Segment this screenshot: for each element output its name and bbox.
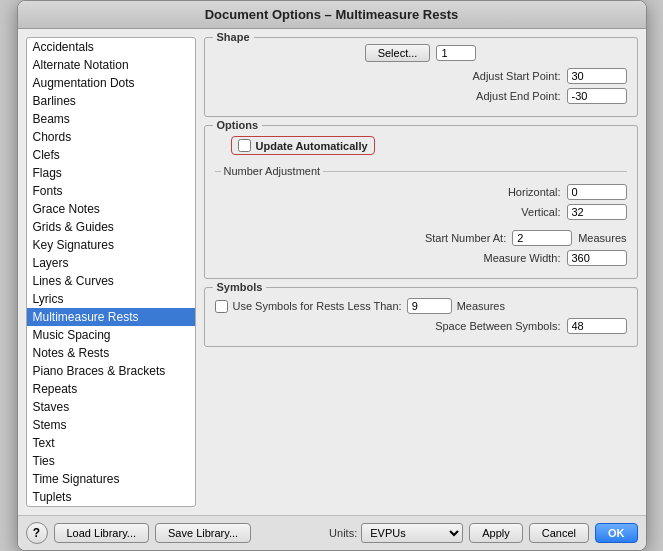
sidebar-item[interactable]: Layers — [27, 254, 195, 272]
sidebar-item[interactable]: Alternate Notation — [27, 56, 195, 74]
symbols-group: Symbols Use Symbols for Rests Less Than:… — [204, 287, 638, 347]
adjust-end-label: Adjust End Point: — [215, 90, 567, 102]
adjust-end-row: Adjust End Point: — [215, 88, 627, 104]
dialog-title: Document Options – Multimeasure Rests — [205, 7, 459, 22]
vertical-input[interactable] — [567, 204, 627, 220]
load-library-button[interactable]: Load Library... — [54, 523, 150, 543]
measure-width-row: Measure Width: — [215, 250, 627, 266]
sidebar-item[interactable]: Time Signatures — [27, 470, 195, 488]
footer-right: Units: EVPUsInchesCentimetersPointsPicas… — [329, 523, 637, 543]
vertical-label: Vertical: — [215, 206, 567, 218]
sidebar-item[interactable]: Grids & Guides — [27, 218, 195, 236]
sidebar-item[interactable]: Augmentation Dots — [27, 74, 195, 92]
measure-width-label: Measure Width: — [215, 252, 567, 264]
shape-group-label: Shape — [213, 31, 254, 43]
adjust-end-input[interactable] — [567, 88, 627, 104]
options-group: Options Update Automatically Number Adju… — [204, 125, 638, 279]
options-inner: Update Automatically Number Adjustment H… — [215, 132, 627, 270]
units-select[interactable]: EVPUsInchesCentimetersPointsPicasSpaces — [361, 523, 463, 543]
number-adjustment-group: Number Adjustment Horizontal: Vertical: — [215, 171, 627, 224]
adjust-start-row: Adjust Start Point: — [215, 68, 627, 84]
measure-width-input[interactable] — [567, 250, 627, 266]
units-label: Units: — [329, 527, 357, 539]
update-auto-label: Update Automatically — [256, 140, 368, 152]
select-button[interactable]: Select... — [365, 44, 431, 62]
main-content: Shape Select... Adjust Start Point: Adju… — [204, 37, 638, 507]
use-symbols-row: Use Symbols for Rests Less Than: Measure… — [215, 298, 627, 314]
adjust-start-label: Adjust Start Point: — [215, 70, 567, 82]
start-number-input[interactable] — [512, 230, 572, 246]
sidebar-item[interactable]: Ties — [27, 452, 195, 470]
horizontal-input[interactable] — [567, 184, 627, 200]
start-number-row: Start Number At: Measures — [215, 230, 627, 246]
sidebar-item[interactable]: Tuplets — [27, 488, 195, 506]
start-number-unit: Measures — [578, 232, 626, 244]
sidebar-item[interactable]: Beams — [27, 110, 195, 128]
symbols-group-label: Symbols — [213, 281, 267, 293]
number-adjustment-label: Number Adjustment — [221, 165, 324, 177]
update-auto-row: Update Automatically — [231, 136, 375, 155]
sidebar-item[interactable]: Barlines — [27, 92, 195, 110]
footer-left: Load Library... Save Library... — [54, 523, 324, 543]
use-symbols-input[interactable] — [407, 298, 452, 314]
sidebar-item[interactable]: Repeats — [27, 380, 195, 398]
dialog-body: AccidentalsAlternate NotationAugmentatio… — [18, 29, 646, 515]
sidebar-item[interactable]: Notes & Rests — [27, 344, 195, 362]
adjust-start-input[interactable] — [567, 68, 627, 84]
title-bar: Document Options – Multimeasure Rests — [18, 1, 646, 29]
vertical-row: Vertical: — [215, 204, 627, 220]
sidebar-item[interactable]: Multimeasure Rests — [27, 308, 195, 326]
units-select-group: Units: EVPUsInchesCentimetersPointsPicas… — [329, 523, 463, 543]
space-between-input[interactable] — [567, 318, 627, 334]
sidebar-item[interactable]: Flags — [27, 164, 195, 182]
sidebar-item[interactable]: Stems — [27, 416, 195, 434]
dialog: Document Options – Multimeasure Rests Ac… — [17, 0, 647, 551]
sidebar-item[interactable]: Staves — [27, 398, 195, 416]
help-button[interactable]: ? — [26, 522, 48, 544]
space-between-label: Space Between Symbols: — [215, 320, 567, 332]
sidebar-item[interactable]: Clefs — [27, 146, 195, 164]
use-symbols-unit: Measures — [457, 300, 505, 312]
start-number-label: Start Number At: — [215, 232, 513, 244]
shape-select-row: Select... — [215, 44, 627, 62]
ok-button[interactable]: OK — [595, 523, 638, 543]
footer: ? Load Library... Save Library... Units:… — [18, 515, 646, 550]
sidebar-item[interactable]: Key Signatures — [27, 236, 195, 254]
horizontal-label: Horizontal: — [215, 186, 567, 198]
cancel-button[interactable]: Cancel — [529, 523, 589, 543]
sidebar-item[interactable]: Grace Notes — [27, 200, 195, 218]
sidebar-item[interactable]: Accidentals — [27, 38, 195, 56]
shape-group: Shape Select... Adjust Start Point: Adju… — [204, 37, 638, 117]
options-group-label: Options — [213, 119, 263, 131]
space-between-row: Space Between Symbols: — [215, 318, 627, 334]
apply-button[interactable]: Apply — [469, 523, 523, 543]
sidebar-item[interactable]: Lyrics — [27, 290, 195, 308]
sidebar-item[interactable]: Fonts — [27, 182, 195, 200]
sidebar-item[interactable]: Lines & Curves — [27, 272, 195, 290]
update-auto-checkbox[interactable] — [238, 139, 251, 152]
horizontal-row: Horizontal: — [215, 184, 627, 200]
sidebar-item[interactable]: Chords — [27, 128, 195, 146]
sidebar-item[interactable]: Music Spacing — [27, 326, 195, 344]
sidebar: AccidentalsAlternate NotationAugmentatio… — [26, 37, 196, 507]
select-value-input[interactable] — [436, 45, 476, 61]
sidebar-item[interactable]: Text — [27, 434, 195, 452]
sidebar-item[interactable]: Piano Braces & Brackets — [27, 362, 195, 380]
use-symbols-checkbox[interactable] — [215, 300, 228, 313]
use-symbols-label: Use Symbols for Rests Less Than: — [233, 300, 402, 312]
save-library-button[interactable]: Save Library... — [155, 523, 251, 543]
